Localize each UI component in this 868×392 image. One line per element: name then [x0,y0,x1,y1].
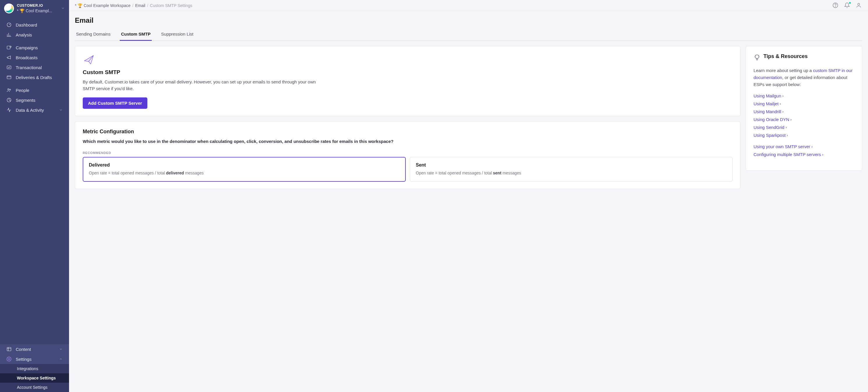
add-smtp-server-button[interactable]: Add Custom SMTP Server [83,97,147,109]
paper-plane-icon [83,53,96,66]
sidebar-item-label: Integrations [17,366,38,371]
sidebar-item-workspace-settings[interactable]: Workspace Settings [0,373,69,383]
metric-option-sent[interactable]: Sent Open rate = total opened messages /… [410,157,733,182]
sidebar-item-segments[interactable]: Segments [0,95,69,105]
breadcrumb: * 🏆 Cool Example Workspace / Email / Cus… [75,3,192,8]
svg-point-6 [10,89,11,90]
tab-custom-smtp[interactable]: Custom SMTP [120,29,152,41]
gear-icon [6,357,12,362]
breadcrumb-item[interactable]: Email [135,3,145,8]
metric-option-title: Sent [416,163,727,168]
sidebar-item-label: Data & Activity [16,108,44,113]
segments-icon [6,97,12,103]
chevron-right-icon: › [811,145,813,149]
sidebar-item-transactional[interactable]: Transactional [0,62,69,72]
chevron-right-icon: › [787,133,788,137]
tip-link-sendgrid[interactable]: Using SendGrid › [753,125,854,130]
sidebar-item-label: Deliveries & Drafts [16,75,52,80]
tips-links-esp: Using Mailgun › Using Mailjet › Using Ma… [753,93,854,138]
metric-configuration-card: Metric Configuration Which metric would … [75,121,740,189]
notification-dot [849,2,851,4]
tips-links-smtp: Using your own SMTP server › Configuring… [753,144,854,157]
help-icon[interactable] [833,2,839,9]
recommended-label: RECOMMENDED [83,151,733,155]
sidebar-item-campaigns[interactable]: Campaigns [0,43,69,53]
sidebar-item-deliveries[interactable]: Deliveries & Drafts [0,72,69,82]
tip-link-mandrill[interactable]: Using Mandrill › [753,109,854,114]
megaphone-icon [6,55,12,60]
svg-point-11 [835,6,836,6]
sidebar-item-label: Dashboard [16,23,37,27]
chart-icon [6,32,12,37]
sidebar-item-people[interactable]: People [0,85,69,95]
sidebar-item-analysis[interactable]: Analysis [0,30,69,40]
metric-option-title: Delivered [89,163,400,168]
breadcrumb-separator: / [147,3,148,8]
campaigns-icon [6,45,12,50]
tip-link-multiple-smtp[interactable]: Configuring multiple SMTP servers › [753,152,854,157]
svg-point-9 [8,359,10,360]
chevron-right-icon: › [782,94,783,98]
workspace-switcher[interactable]: CUSTOMER.IO * 🏆 Cool Exampl... [0,0,69,17]
svg-rect-1 [7,46,10,49]
card-title: Custom SMTP [83,69,733,76]
content-icon [6,346,12,352]
sidebar-item-label: Broadcasts [16,55,38,60]
metric-option-description: Open rate = total opened messages / tota… [416,170,727,176]
tip-link-mailjet[interactable]: Using Mailjet › [753,101,854,106]
tip-link-sparkpost[interactable]: Using Sparkpost › [753,133,854,138]
chevron-down-icon [59,347,63,352]
sidebar-item-broadcasts[interactable]: Broadcasts [0,53,69,62]
tip-link-mailgun[interactable]: Using Mailgun › [753,93,854,98]
breadcrumb-item-current: Custom SMTP Settings [150,3,192,8]
tips-resources-card: Tips & Resources Learn more about settin… [746,46,862,171]
tabs: Sending Domains Custom SMTP Suppression … [75,29,862,41]
metric-question: Which metric would you like to use in th… [83,138,733,145]
chevron-right-icon: › [785,125,787,130]
sidebar: CUSTOMER.IO * 🏆 Cool Exampl... Dashboard… [0,0,69,392]
tips-intro: Learn more about setting up a custom SMT… [753,67,854,88]
user-icon[interactable] [856,2,862,9]
sidebar-item-label: Content [16,347,31,352]
sidebar-item-label: Campaigns [16,45,38,50]
chevron-down-icon [61,6,65,11]
people-icon [6,87,12,93]
tab-sending-domains[interactable]: Sending Domains [75,29,112,41]
sidebar-item-label: Analysis [16,32,32,37]
chevron-right-icon: › [822,152,823,157]
breadcrumb-separator: / [132,3,133,8]
metric-option-delivered[interactable]: Delivered Open rate = total opened messa… [83,157,406,182]
tab-suppression-list[interactable]: Suppression List [160,29,194,41]
gauge-icon [6,22,12,27]
sidebar-item-account-settings[interactable]: Account Settings [0,383,69,392]
sidebar-item-integrations[interactable]: Integrations [0,364,69,373]
svg-point-5 [8,89,9,90]
chevron-right-icon: › [780,102,781,106]
notifications-icon[interactable] [844,2,850,9]
sidebar-item-data-activity[interactable]: Data & Activity [0,105,69,115]
sidebar-item-settings[interactable]: Settings [0,354,69,364]
topbar: * 🏆 Cool Example Workspace / Email / Cus… [69,0,868,11]
svg-rect-3 [7,66,11,69]
tip-link-own-smtp[interactable]: Using your own SMTP server › [753,144,854,149]
workspace-logo [4,3,14,13]
sidebar-item-dashboard[interactable]: Dashboard [0,20,69,30]
sidebar-item-label: Workspace Settings [17,376,56,380]
sidebar-item-content[interactable]: Content [0,344,69,354]
page-title: Email [75,16,862,25]
svg-rect-8 [7,347,11,351]
chevron-down-icon [59,108,63,113]
card-title: Metric Configuration [83,129,733,135]
tip-link-oracle-dyn[interactable]: Using Oracle DYN › [753,117,854,122]
tips-title: Tips & Resources [764,53,808,59]
custom-smtp-card: Custom SMTP By default, Customer.io take… [75,46,740,116]
sidebar-item-label: Account Settings [17,385,48,390]
breadcrumb-item[interactable]: * 🏆 Cool Example Workspace [75,3,130,8]
sidebar-item-label: Transactional [16,65,42,70]
workspace-name: * 🏆 Cool Exampl... [17,8,58,13]
metric-option-description: Open rate = total opened messages / tota… [89,170,400,176]
deliveries-icon [6,75,12,80]
chevron-right-icon: › [790,117,792,122]
brand-label: CUSTOMER.IO [17,3,58,8]
sidebar-item-label: Segments [16,98,35,103]
